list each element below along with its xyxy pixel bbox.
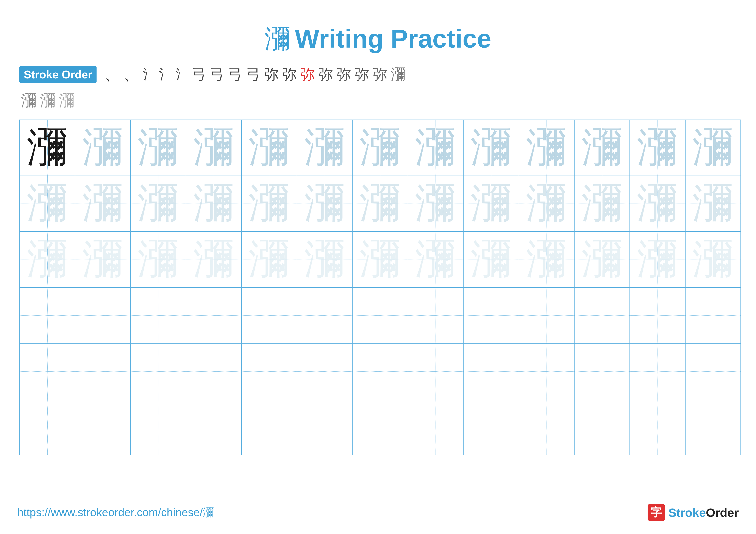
grid-cell-3-8[interactable] bbox=[464, 288, 519, 343]
grid-cell-0-8[interactable]: 瀰 bbox=[464, 120, 519, 175]
grid-cell-4-6[interactable] bbox=[353, 343, 408, 399]
grid-cell-0-2[interactable]: 瀰 bbox=[131, 120, 186, 175]
grid-cell-4-2[interactable] bbox=[131, 343, 186, 399]
grid-cell-0-9[interactable]: 瀰 bbox=[519, 120, 575, 175]
footer-url[interactable]: https://www.strokeorder.com/chinese/瀰 bbox=[17, 505, 214, 520]
grid-cell-5-4[interactable] bbox=[242, 399, 297, 455]
grid-cell-5-2[interactable] bbox=[131, 399, 186, 455]
grid-cell-4-1[interactable] bbox=[75, 343, 131, 399]
grid-cell-3-5[interactable] bbox=[297, 288, 353, 343]
cell-character: 瀰 bbox=[471, 232, 512, 287]
cell-character: 瀰 bbox=[138, 232, 179, 287]
grid-cell-1-12[interactable]: 瀰 bbox=[686, 176, 741, 231]
grid-cell-2-3[interactable]: 瀰 bbox=[186, 232, 242, 287]
logo-text: StrokeOrder bbox=[668, 506, 739, 520]
grid-cell-4-3[interactable] bbox=[186, 343, 242, 399]
grid-cell-1-8[interactable]: 瀰 bbox=[464, 176, 519, 231]
stroke-3: ⺡ bbox=[143, 67, 156, 82]
page: 瀰Writing Practice Stroke Order 、 、 ⺡ ⺡ ⺡… bbox=[0, 0, 756, 534]
cell-character: 瀰 bbox=[637, 120, 678, 176]
grid-cell-3-3[interactable] bbox=[186, 288, 242, 343]
grid-cell-1-9[interactable]: 瀰 bbox=[519, 176, 575, 231]
grid-cell-0-0[interactable]: 瀰 bbox=[20, 120, 75, 175]
grid-cell-3-10[interactable] bbox=[575, 288, 630, 343]
grid-cell-0-4[interactable]: 瀰 bbox=[242, 120, 297, 175]
grid-cell-4-7[interactable] bbox=[408, 343, 464, 399]
grid-cell-4-11[interactable] bbox=[630, 343, 685, 399]
grid-cell-0-10[interactable]: 瀰 bbox=[575, 120, 630, 175]
grid-cell-3-4[interactable] bbox=[242, 288, 297, 343]
grid-cell-4-8[interactable] bbox=[464, 343, 519, 399]
grid-cell-0-5[interactable]: 瀰 bbox=[297, 120, 353, 175]
grid-cell-5-12[interactable] bbox=[686, 399, 741, 455]
grid-row-3 bbox=[20, 288, 741, 343]
grid-cell-0-11[interactable]: 瀰 bbox=[630, 120, 685, 175]
grid-cell-2-4[interactable]: 瀰 bbox=[242, 232, 297, 287]
grid-cell-2-0[interactable]: 瀰 bbox=[20, 232, 75, 287]
grid-cell-5-10[interactable] bbox=[575, 399, 630, 455]
grid-cell-1-0[interactable]: 瀰 bbox=[20, 176, 75, 231]
grid-cell-3-9[interactable] bbox=[519, 288, 575, 343]
grid-cell-1-7[interactable]: 瀰 bbox=[408, 176, 464, 231]
cell-character: 瀰 bbox=[415, 176, 456, 231]
stroke-7: 弓 bbox=[210, 66, 225, 83]
grid-cell-5-9[interactable] bbox=[519, 399, 575, 455]
cell-character: 瀰 bbox=[249, 176, 290, 231]
grid-cell-4-10[interactable] bbox=[575, 343, 630, 399]
grid-cell-0-12[interactable]: 瀰 bbox=[686, 120, 741, 175]
cell-character: 瀰 bbox=[526, 176, 567, 231]
footer-logo: 字 StrokeOrder bbox=[648, 504, 739, 521]
grid-cell-3-0[interactable] bbox=[20, 288, 75, 343]
cell-character: 瀰 bbox=[526, 120, 567, 176]
grid-cell-1-2[interactable]: 瀰 bbox=[131, 176, 186, 231]
grid-cell-2-10[interactable]: 瀰 bbox=[575, 232, 630, 287]
cell-character: 瀰 bbox=[360, 176, 401, 231]
grid-cell-3-12[interactable] bbox=[686, 288, 741, 343]
cell-character: 瀰 bbox=[582, 176, 623, 231]
grid-cell-0-1[interactable]: 瀰 bbox=[75, 120, 131, 175]
grid-cell-1-11[interactable]: 瀰 bbox=[630, 176, 685, 231]
grid-cell-1-1[interactable]: 瀰 bbox=[75, 176, 131, 231]
grid-cell-2-9[interactable]: 瀰 bbox=[519, 232, 575, 287]
grid-cell-0-6[interactable]: 瀰 bbox=[353, 120, 408, 175]
grid-cell-2-5[interactable]: 瀰 bbox=[297, 232, 353, 287]
grid-cell-1-3[interactable]: 瀰 bbox=[186, 176, 242, 231]
stroke-order-section: Stroke Order 、 、 ⺡ ⺡ ⺡ 弓 弓 弓 弓 弥 弥 弥 弥 弥… bbox=[17, 65, 739, 84]
grid-cell-2-8[interactable]: 瀰 bbox=[464, 232, 519, 287]
grid-cell-5-7[interactable] bbox=[408, 399, 464, 455]
grid-cell-3-11[interactable] bbox=[630, 288, 685, 343]
grid-cell-2-11[interactable]: 瀰 bbox=[630, 232, 685, 287]
grid-cell-3-7[interactable] bbox=[408, 288, 464, 343]
grid-cell-2-2[interactable]: 瀰 bbox=[131, 232, 186, 287]
grid-cell-4-0[interactable] bbox=[20, 343, 75, 399]
grid-cell-5-5[interactable] bbox=[297, 399, 353, 455]
grid-cell-5-8[interactable] bbox=[464, 399, 519, 455]
grid-cell-2-7[interactable]: 瀰 bbox=[408, 232, 464, 287]
grid-cell-3-1[interactable] bbox=[75, 288, 131, 343]
grid-cell-5-3[interactable] bbox=[186, 399, 242, 455]
stroke-6: 弓 bbox=[192, 66, 206, 83]
practice-grid: 瀰瀰瀰瀰瀰瀰瀰瀰瀰瀰瀰瀰瀰瀰瀰瀰瀰瀰瀰瀰瀰瀰瀰瀰瀰瀰瀰瀰瀰瀰瀰瀰瀰瀰瀰瀰瀰瀰瀰 bbox=[19, 119, 741, 455]
grid-cell-5-1[interactable] bbox=[75, 399, 131, 455]
grid-cell-0-3[interactable]: 瀰 bbox=[186, 120, 242, 175]
grid-cell-0-7[interactable]: 瀰 bbox=[408, 120, 464, 175]
grid-cell-5-6[interactable] bbox=[353, 399, 408, 455]
grid-cell-3-2[interactable] bbox=[131, 288, 186, 343]
grid-cell-2-1[interactable]: 瀰 bbox=[75, 232, 131, 287]
grid-cell-4-9[interactable] bbox=[519, 343, 575, 399]
grid-cell-1-4[interactable]: 瀰 bbox=[242, 176, 297, 231]
cell-character: 瀰 bbox=[692, 232, 733, 287]
grid-cell-1-5[interactable]: 瀰 bbox=[297, 176, 353, 231]
grid-cell-4-12[interactable] bbox=[686, 343, 741, 399]
grid-cell-5-11[interactable] bbox=[630, 399, 685, 455]
stroke-12: 弥 bbox=[300, 66, 315, 83]
grid-cell-1-10[interactable]: 瀰 bbox=[575, 176, 630, 231]
grid-cell-1-6[interactable]: 瀰 bbox=[353, 176, 408, 231]
grid-cell-5-0[interactable] bbox=[20, 399, 75, 455]
grid-cell-4-4[interactable] bbox=[242, 343, 297, 399]
stroke-1: 、 bbox=[105, 65, 120, 84]
grid-cell-2-12[interactable]: 瀰 bbox=[686, 232, 741, 287]
grid-cell-4-5[interactable] bbox=[297, 343, 353, 399]
grid-cell-3-6[interactable] bbox=[353, 288, 408, 343]
grid-cell-2-6[interactable]: 瀰 bbox=[353, 232, 408, 287]
